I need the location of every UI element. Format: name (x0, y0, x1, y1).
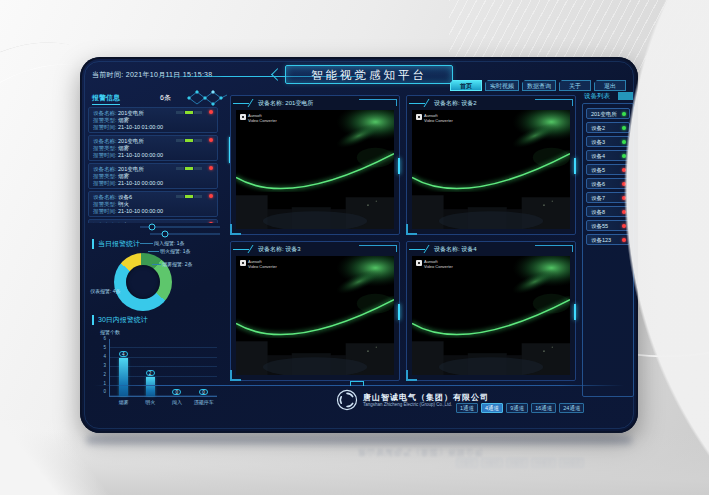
device-status-dot (622, 196, 626, 200)
bar-value-bubble: 4 (119, 351, 128, 357)
page-title: 智能视觉感知平台 (285, 65, 453, 84)
device-list-item[interactable]: 设备4 (586, 150, 630, 161)
device-name: 设备3 (591, 139, 605, 145)
company-logo-icon (336, 389, 358, 411)
corner-bracket-icon (535, 245, 573, 252)
video-panel-title: 设备名称: 201变电所 (258, 99, 313, 108)
video-scene (412, 110, 570, 229)
bar-value-bubble: 2 (146, 370, 155, 376)
bar-value-bubble: 0 (172, 389, 181, 395)
alarm-list: 设备名称: 201变电所 报警类型: 烟雾 报警时间: 21-10-10 01:… (88, 107, 218, 223)
channel-button[interactable]: 1通道 (456, 403, 478, 413)
slash-decoration-icon (248, 99, 258, 107)
nav-tab[interactable]: 首页 (450, 80, 482, 91)
device-status-dot (622, 154, 626, 158)
slash-decoration-icon (424, 99, 434, 107)
device-list-item[interactable]: 设备2 (586, 122, 630, 133)
watermark: Aunsoft Video Converter (240, 114, 277, 123)
device-status-dot (622, 182, 626, 186)
video-scene (236, 110, 394, 229)
device-list-tab[interactable] (618, 92, 633, 100)
watermark-logo-icon (240, 114, 246, 120)
device-list-item[interactable]: 201变电所 (586, 108, 630, 119)
daily-stats-title: 当日报警统计 (92, 239, 140, 249)
y-tick: 3 (94, 364, 106, 369)
donut-label: 仪表报警: 4条 (90, 288, 121, 294)
slash-decoration-icon (248, 245, 258, 253)
device-status-dot (622, 112, 626, 116)
nav-tab[interactable]: 退出 (594, 80, 626, 91)
alarm-device-name: 设备6 (118, 194, 132, 200)
video-panel[interactable]: 设备名称: 设备3 (230, 241, 400, 381)
signal-strip-icon (176, 167, 202, 170)
device-list-item[interactable]: 设备55 (586, 220, 630, 231)
company-name-cn: 唐山智诚电气（集团）有限公司 (363, 393, 489, 402)
alarm-status-dot (209, 110, 213, 114)
device-list-item[interactable]: 设备123 (586, 234, 630, 245)
device-status-dot (622, 224, 626, 228)
device-list-panel: 设备列表 201变电所 设备2 设备3 设备4 (582, 103, 634, 397)
bar-category-label: 烟雾 (118, 399, 128, 405)
device-status-dot (622, 210, 626, 214)
channel-button[interactable]: 4通道 (481, 403, 503, 413)
slider-decoration[interactable] (140, 223, 222, 238)
donut-label: 明火报警: 1条 (160, 248, 191, 254)
video-panel-title: 设备名称: 设备3 (258, 245, 301, 254)
nav-tab[interactable]: 实时视频 (485, 80, 519, 91)
device-list-item[interactable]: 设备5 (586, 164, 630, 175)
channel-button[interactable]: 9通道 (506, 403, 528, 413)
product-photo-stage: 当前时间: 2021年10月11日 15:15:38 智能视觉感知平台 首页 实… (0, 0, 709, 495)
alarm-device-name: 设备6 (118, 222, 132, 223)
device-status-dot (622, 126, 626, 130)
device-list-item[interactable]: 设备3 (586, 136, 630, 147)
video-panel[interactable]: 设备名称: 设备4 (406, 241, 576, 381)
channel-button[interactable]: 24通道 (559, 403, 584, 413)
y-tick: 0 (94, 390, 106, 395)
device-name: 设备6 (591, 181, 605, 187)
y-axis-label: 报警个数 (100, 329, 120, 335)
bar-category-label: 闯入 (172, 399, 182, 405)
alarm-type: 明火 (118, 201, 129, 207)
device-list-item[interactable]: 设备7 (586, 192, 630, 203)
device-list-item[interactable]: 设备8 (586, 206, 630, 217)
video-screen: Aunsoft Video Converter (412, 110, 570, 229)
video-panel-header: 设备名称: 201变电所 (233, 97, 397, 109)
y-tick: 5 (94, 346, 106, 351)
alarm-list-item[interactable]: 设备名称: 201变电所 报警类型: 烟雾 报警时间: 21-10-10 00:… (88, 135, 218, 161)
bar-column: 2 明火 (140, 339, 160, 396)
watermark-logo-icon (240, 260, 246, 266)
signal-strip-icon (176, 111, 202, 114)
alarm-list-item[interactable]: 设备名称: 设备6 报警类型: 明火 报警时间: 21-10-10 00:00:… (88, 191, 218, 217)
alarm-device-name: 201变电所 (118, 166, 144, 172)
video-panel-title: 设备名称: 设备4 (434, 245, 477, 254)
alarm-type: 烟雾 (118, 117, 129, 123)
footer-reflection: 唐山智诚电气（集团）有限公司 1通道 4通道 9通道 16通道 24通道 (80, 440, 638, 486)
device-status-dot (622, 168, 626, 172)
alarm-list-item[interactable]: 设备名称: 201变电所 报警类型: 烟雾 报警时间: 21-10-10 00:… (88, 163, 218, 189)
device-list-item[interactable]: 设备6 (586, 178, 630, 189)
channel-button[interactable]: 16通道 (531, 403, 556, 413)
y-tick: 2 (94, 373, 106, 378)
corner-bracket-icon (535, 99, 573, 106)
bar-column: 0 闯入 (167, 339, 187, 396)
video-panel-header: 设备名称: 设备4 (409, 243, 573, 255)
nav-tab[interactable]: 数据查询 (522, 80, 556, 91)
video-panel-title: 设备名称: 设备2 (434, 99, 477, 108)
nav-tab[interactable]: 关于 (559, 80, 591, 91)
monthly-stats-title: 30日内报警统计 (92, 315, 148, 325)
device-name: 设备5 (591, 167, 605, 173)
alarm-list-item[interactable]: 设备名称: 201变电所 报警类型: 烟雾 报警时间: 21-10-10 01:… (88, 107, 218, 133)
bar (119, 358, 128, 396)
alarm-time: 21-10-10 01:00:00 (118, 124, 163, 130)
bar-column: 0 违规停车 (194, 339, 214, 396)
alarm-device-name: 201变电所 (118, 110, 144, 116)
system-time: 当前时间: 2021年10月11日 15:15:38 (92, 70, 213, 80)
video-panel[interactable]: 设备名称: 设备2 (406, 95, 576, 235)
donut-label: 闯入报警: 1条 (154, 240, 185, 246)
device-name: 设备7 (591, 195, 605, 201)
watermark: Aunsoft Video Converter (240, 260, 277, 269)
alarm-time: 21-10-10 00:00:00 (118, 208, 163, 214)
video-screen: Aunsoft Video Converter (236, 110, 394, 229)
video-panel[interactable]: 设备名称: 201变电所 (230, 95, 400, 235)
device-name: 设备55 (591, 223, 608, 229)
